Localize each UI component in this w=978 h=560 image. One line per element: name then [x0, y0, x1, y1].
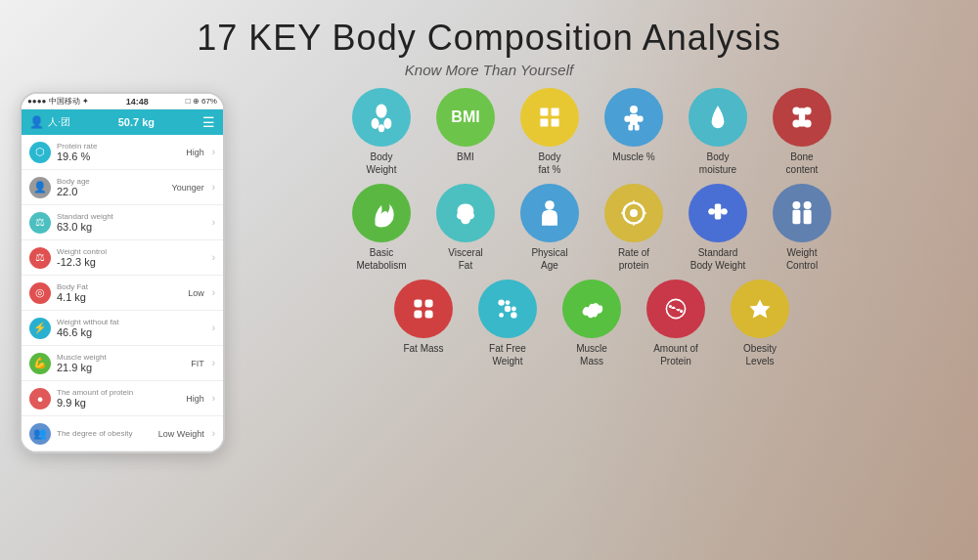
svg-point-1	[372, 118, 379, 129]
rate-protein-label: Rate ofprotein	[618, 247, 649, 272]
amount-protein-icon	[646, 280, 705, 338]
item-value: 19.6 %	[57, 151, 97, 162]
svg-rect-12	[628, 124, 633, 130]
item-badge: High	[186, 148, 204, 157]
item-label: Standard weight	[57, 212, 113, 221]
standard-body-weight-label: StandardBody Weight	[690, 247, 746, 272]
item-icon: ◎	[29, 282, 51, 304]
svg-point-29	[708, 208, 714, 214]
icon-weight-control: WeightControl	[764, 184, 840, 272]
item-icon: ⬡	[29, 142, 51, 163]
main-row: ●●●● 中国移动 ✦ 14:48 □ ⊕ 67% 👤 人·团 50.7 kg …	[0, 88, 978, 453]
muscle-mass-label: MuscleMass	[576, 343, 607, 367]
svg-rect-10	[624, 115, 630, 121]
svg-rect-11	[637, 115, 643, 121]
muscle-pct-icon	[604, 88, 663, 147]
item-value: 22.0	[57, 186, 90, 197]
icon-body-moisture: Bodymoisture	[680, 88, 756, 176]
list-item[interactable]: ⚖ Weight control -12.3 kg ›	[22, 240, 223, 276]
weight-control-label: WeightControl	[786, 247, 818, 272]
svg-point-3	[378, 124, 384, 132]
svg-point-39	[498, 299, 504, 305]
standard-body-weight-icon	[689, 184, 747, 242]
obesity-levels-icon	[731, 280, 789, 338]
weight-control-icon	[773, 184, 831, 242]
physical-age-label: PhysicalAge	[531, 247, 567, 272]
svg-rect-13	[635, 124, 640, 130]
item-icon: ⚖	[29, 212, 51, 234]
svg-rect-37	[414, 311, 422, 319]
svg-rect-6	[540, 119, 548, 127]
list-item[interactable]: ● The amount of protein 9.9 kg High ›	[22, 381, 223, 416]
phone-list: ⬡ Protein rate 19.6 % High › 👤	[22, 135, 223, 452]
subtitle: Know More Than Yourself	[197, 62, 781, 78]
item-label: Weight control	[57, 247, 107, 256]
visceral-fat-label: VisceralFat	[448, 247, 482, 272]
amount-protein-label: Amount ofProtein	[653, 343, 698, 367]
nav-group-label: 人·团	[48, 115, 70, 129]
svg-point-15	[792, 108, 800, 115]
item-badge: Younger	[171, 183, 203, 193]
rate-protein-icon	[604, 184, 663, 242]
svg-point-18	[804, 119, 812, 127]
svg-point-32	[804, 201, 812, 209]
item-arrow: ›	[212, 323, 215, 333]
icon-body-fat: Bodyfat %	[511, 88, 588, 176]
obesity-levels-label: ObesityLevels	[743, 343, 777, 367]
list-item[interactable]: ⚡ Weight without fat 46.6 kg ›	[22, 311, 223, 346]
item-badge: Low	[188, 288, 204, 298]
phone-mockup: ●●●● 中国移动 ✦ 14:48 □ ⊕ 67% 👤 人·团 50.7 kg …	[20, 92, 225, 453]
icon-basic-metabolism: BasicMetabolism	[343, 184, 420, 272]
item-label: Body age	[57, 177, 90, 186]
item-label: Weight without fat	[57, 318, 118, 326]
icon-fat-free-weight: Fat FreeWeight	[469, 280, 546, 367]
bone-content-icon	[773, 88, 831, 147]
svg-point-46	[669, 305, 672, 308]
fat-mass-label: Fat Mass	[403, 343, 443, 356]
bmi-label: BMI	[457, 151, 474, 164]
body-moisture-icon	[689, 88, 747, 147]
item-label: The degree of obesity	[57, 429, 132, 438]
icons-row-3: Fat Mass Fat FreeWeight	[385, 280, 798, 367]
fat-free-weight-label: Fat FreeWeight	[489, 343, 526, 367]
body-fat-icon	[520, 88, 579, 147]
list-item[interactable]: ⬡ Protein rate 19.6 % High ›	[22, 135, 223, 170]
basic-metabolism-label: BasicMetabolism	[356, 247, 406, 272]
svg-marker-48	[750, 299, 771, 318]
time-label: 14:48	[126, 97, 149, 107]
svg-point-30	[721, 208, 727, 214]
item-badge: FIT	[191, 359, 204, 368]
svg-rect-4	[540, 108, 548, 115]
body-fat-label: Bodyfat %	[539, 151, 561, 176]
bone-content-label: Bonecontent	[786, 151, 819, 176]
item-arrow: ›	[212, 217, 215, 228]
svg-point-16	[804, 108, 812, 115]
item-arrow: ›	[212, 358, 215, 368]
icon-fat-mass: Fat Mass	[385, 280, 462, 367]
item-label: Muscle weight	[57, 353, 107, 362]
item-icon: 👤	[29, 177, 51, 198]
icon-bone-content: Bonecontent	[764, 88, 840, 176]
svg-rect-38	[425, 311, 433, 319]
item-value: 9.9 kg	[57, 397, 133, 409]
list-item[interactable]: ◎ Body Fat 4.1 kg Low ›	[22, 276, 223, 311]
item-value: 21.9 kg	[57, 362, 107, 373]
battery-label: □ ⊕ 67%	[186, 97, 217, 106]
bmi-text: BMI	[451, 108, 479, 126]
physical-age-icon	[520, 184, 579, 242]
main-title: 17 KEY Body Composition Analysis	[197, 18, 781, 59]
phone-nav-bar: 👤 人·团 50.7 kg ☰	[22, 109, 223, 135]
icon-muscle-pct: Muscle %	[596, 88, 672, 176]
list-item[interactable]: 👥 The degree of obesity Low Weight ›	[22, 416, 223, 452]
item-value: 46.6 kg	[57, 326, 118, 338]
muscle-pct-label: Muscle %	[612, 151, 654, 164]
list-item[interactable]: ⚖ Standard weight 63.0 kg ›	[22, 205, 223, 240]
nav-menu-icon[interactable]: ☰	[202, 114, 215, 130]
list-item[interactable]: 👤 Body age 22.0 Younger ›	[22, 170, 223, 205]
svg-point-31	[792, 201, 800, 209]
svg-rect-33	[792, 210, 800, 224]
list-item[interactable]: 💪 Muscle weight 21.9 kg FIT ›	[22, 346, 223, 381]
header: 17 KEY Body Composition Analysis Know Mo…	[197, 0, 781, 78]
svg-rect-28	[715, 203, 721, 219]
item-value: 4.1 kg	[57, 291, 88, 303]
